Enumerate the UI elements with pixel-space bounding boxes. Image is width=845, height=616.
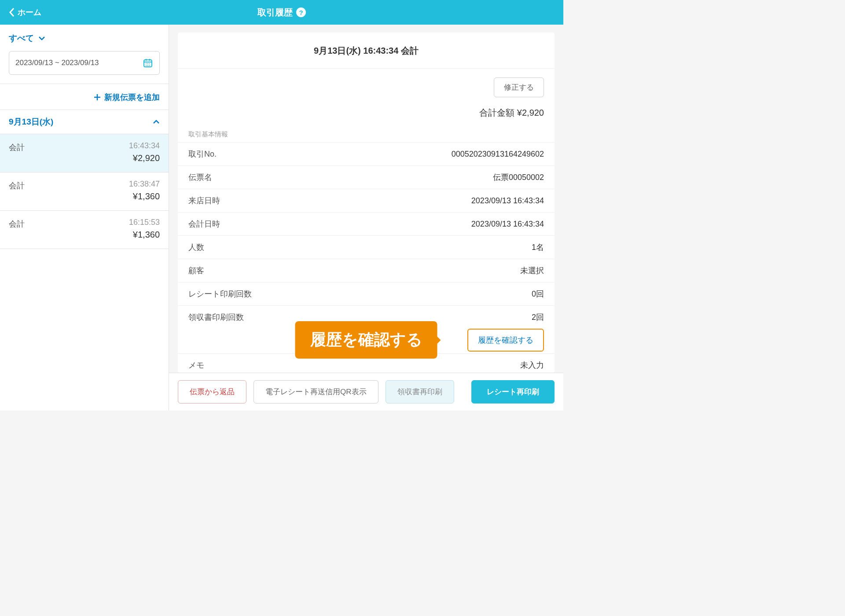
help-icon[interactable]: ? (296, 7, 306, 17)
footer-actions: 伝票から返品 電子レシート再送信用QR表示 領収書再印刷 レシート再印刷 (169, 373, 563, 411)
detail-pane: 9月13日(水) 16:43:34 会計 修正する 合計金額 ¥2,920 取引… (169, 25, 563, 411)
txn-label: 会計 (9, 218, 25, 229)
svg-point-5 (147, 63, 148, 64)
svg-point-9 (149, 65, 150, 66)
section-label: 取引基本情報 (178, 130, 555, 142)
info-row: 会計日時2023/09/13 16:43:34 (178, 212, 555, 235)
page-title: 取引履歴 ? (257, 7, 306, 18)
total-amount: 合計金額 ¥2,920 (178, 107, 555, 130)
svg-point-4 (146, 63, 147, 64)
plus-icon (94, 94, 101, 101)
detail-title: 9月13日(水) 16:43:34 会計 (178, 33, 555, 68)
svg-point-8 (147, 65, 148, 66)
info-row: 伝票名伝票00050002 (178, 165, 555, 189)
date-group-header[interactable]: 9月13日(水) (0, 110, 169, 134)
modify-button[interactable]: 修正する (494, 77, 544, 97)
svg-point-7 (146, 65, 147, 66)
info-row: 来店日時2023/09/13 16:43:34 (178, 189, 555, 212)
chevron-left-icon (9, 7, 15, 17)
txn-time: 16:43:34 (129, 141, 160, 150)
txn-item[interactable]: 会計 16:15:53 ¥1,360 (0, 211, 169, 249)
txn-item[interactable]: 会計 16:38:47 ¥1,360 (0, 172, 169, 211)
sidebar: すべて 2023/09/13 ~ 2023/09/13 新規伝票を追加 9月13… (0, 25, 169, 411)
receipt-reprint-button[interactable]: 領収書再印刷 (386, 380, 454, 403)
txn-amount: ¥2,920 (129, 153, 160, 163)
txn-amount: ¥1,360 (129, 191, 160, 202)
app-header: ホーム 取引履歴 ? (0, 0, 563, 25)
calendar-icon (143, 58, 153, 68)
svg-point-6 (149, 63, 150, 64)
back-label: ホーム (18, 7, 41, 18)
view-history-button[interactable]: 履歴を確認する (467, 329, 544, 352)
return-from-slip-button[interactable]: 伝票から返品 (178, 380, 246, 403)
info-row: 取引No.000520230913164249602 (178, 142, 555, 165)
callout-bubble: 履歴を確認する (295, 321, 437, 359)
qr-resend-button[interactable]: 電子レシート再送信用QR表示 (254, 380, 378, 403)
txn-time: 16:38:47 (129, 180, 160, 189)
txn-item[interactable]: 会計 16:43:34 ¥2,920 (0, 134, 169, 172)
txn-amount: ¥1,360 (129, 230, 160, 240)
info-row: 顧客未選択 (178, 259, 555, 282)
add-slip-button[interactable]: 新規伝票を追加 (0, 84, 169, 110)
slip-reprint-button[interactable]: レシート再印刷 (471, 380, 555, 403)
txn-label: 会計 (9, 141, 25, 153)
info-row: 人数1名 (178, 235, 555, 259)
filter-dropdown[interactable]: すべて (9, 33, 160, 44)
txn-time: 16:15:53 (129, 218, 160, 227)
chevron-down-icon (38, 36, 45, 40)
txn-label: 会計 (9, 180, 25, 191)
date-range-picker[interactable]: 2023/09/13 ~ 2023/09/13 (9, 51, 160, 75)
chevron-up-icon (153, 120, 160, 124)
back-button[interactable]: ホーム (9, 7, 41, 18)
info-row: レシート印刷回数0回 (178, 282, 555, 305)
